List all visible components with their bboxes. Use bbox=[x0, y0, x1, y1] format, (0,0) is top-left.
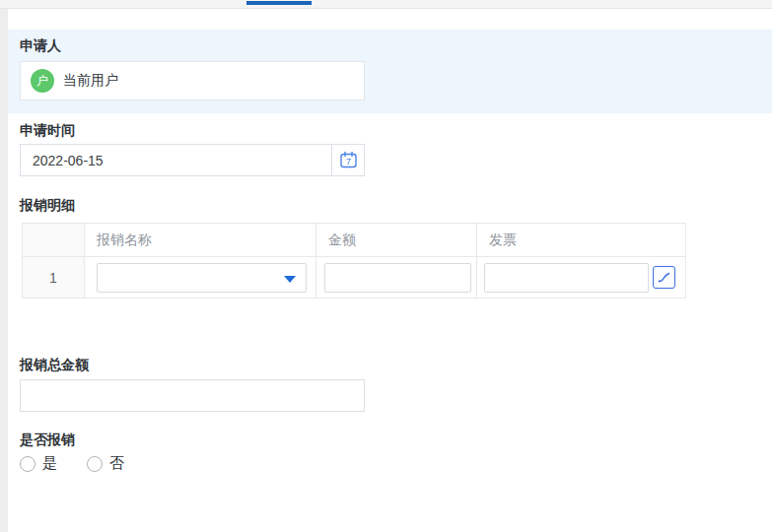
radio-circle-icon bbox=[20, 456, 35, 472]
detail-row: 1 bbox=[23, 257, 686, 299]
calendar-icon: 7 bbox=[338, 150, 359, 170]
detail-label: 报销明细 bbox=[20, 196, 75, 214]
form-page: 申请人 户 当前用户 申请时间 7 报销明细 报销名称 金额 发票 1 bbox=[0, 0, 772, 532]
apply-time-field: 7 bbox=[20, 144, 365, 176]
user-avatar-icon: 户 bbox=[31, 69, 54, 93]
detail-table: 报销名称 金额 发票 1 bbox=[22, 223, 686, 299]
total-amount-label: 报销总金额 bbox=[20, 356, 89, 373]
invoice-input[interactable] bbox=[484, 263, 649, 293]
row-amount-cell bbox=[316, 257, 477, 299]
chevron-down-icon bbox=[284, 276, 296, 283]
header-invoice: 发票 bbox=[477, 224, 686, 257]
header-name: 报销名称 bbox=[85, 224, 316, 257]
reimburse-radio-group: 是 否 bbox=[20, 454, 124, 473]
header-amount: 金额 bbox=[316, 224, 477, 257]
apply-time-label: 申请时间 bbox=[20, 121, 75, 139]
invoice-trend-icon bbox=[656, 269, 672, 286]
calendar-day-number: 7 bbox=[345, 157, 350, 166]
invoice-select-button[interactable] bbox=[653, 266, 675, 289]
applicant-user-field[interactable]: 户 当前用户 bbox=[20, 61, 365, 100]
amount-input[interactable] bbox=[324, 263, 471, 293]
header-index bbox=[23, 224, 85, 257]
applicant-label: 申请人 bbox=[20, 36, 61, 54]
top-tab-bar bbox=[0, 0, 772, 9]
radio-option-no[interactable]: 否 bbox=[87, 454, 124, 473]
total-amount-input[interactable] bbox=[20, 379, 365, 412]
radio-circle-icon bbox=[87, 456, 103, 472]
applicant-user-name: 当前用户 bbox=[63, 72, 118, 90]
reimburse-label: 是否报销 bbox=[20, 431, 75, 448]
date-picker-button[interactable]: 7 bbox=[332, 145, 364, 175]
radio-option-no-label: 否 bbox=[109, 454, 124, 473]
detail-header-row: 报销名称 金额 发票 bbox=[23, 224, 686, 257]
page-left-gutter bbox=[0, 9, 8, 532]
radio-option-yes[interactable]: 是 bbox=[20, 454, 57, 473]
active-tab-indicator[interactable] bbox=[246, 1, 312, 5]
row-index-cell: 1 bbox=[23, 257, 85, 299]
name-select[interactable] bbox=[97, 263, 307, 293]
row-name-cell bbox=[85, 257, 316, 299]
apply-time-input[interactable] bbox=[21, 145, 332, 175]
radio-option-yes-label: 是 bbox=[42, 454, 57, 473]
row-invoice-cell bbox=[477, 257, 686, 299]
